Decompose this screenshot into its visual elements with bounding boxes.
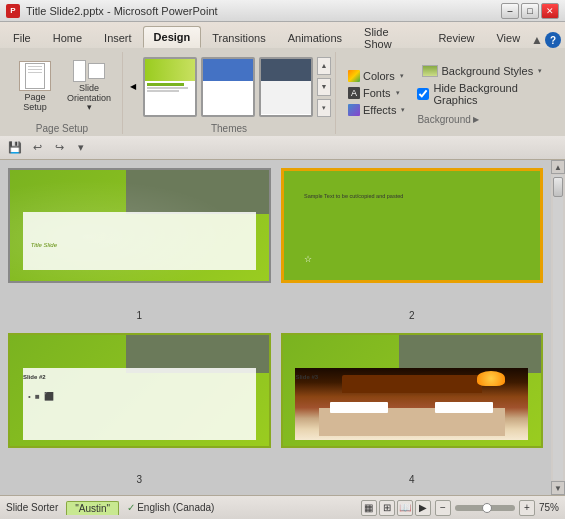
slide-thumb-2[interactable]: Sample Text to be cut/copied and pasted … [281, 168, 544, 283]
bg-styles-label: Background Styles [441, 65, 533, 77]
restore-button[interactable]: □ [521, 3, 539, 19]
slideshow-button[interactable]: ▶ [415, 500, 431, 516]
themes-scroll-up[interactable]: ▲ [317, 57, 331, 75]
scroll-down-button[interactable]: ▼ [551, 481, 565, 495]
slide4-content: Slide #3 [283, 335, 542, 446]
ribbon-group-background: Colors ▾ A Fonts ▾ Effects ▾ Background … [336, 52, 563, 134]
view-buttons: ▦ ⊞ 📖 ▶ [361, 500, 431, 516]
normal-view-button[interactable]: ▦ [361, 500, 377, 516]
effects-icon [348, 104, 360, 116]
ribbon-group-page-setup: PageSetup SlideOrientation ▾ Page Setup [2, 52, 123, 134]
slide-thumb-wrapper-3: Slide #2 • ■ ⬛ 3 [8, 333, 271, 470]
effects-button[interactable]: Effects ▾ [344, 102, 409, 118]
hide-bg-label: Hide Background Graphics [433, 82, 555, 106]
titlebar-left: P Title Slide2.pptx - Microsoft PowerPoi… [6, 4, 218, 18]
tab-home[interactable]: Home [42, 26, 93, 48]
zoom-out-button[interactable]: − [435, 500, 451, 516]
tab-design[interactable]: Design [143, 26, 202, 48]
tab-slideshow[interactable]: Slide Show [353, 26, 427, 48]
zoom-slider[interactable] [455, 505, 515, 511]
slide3-content: Slide #2 • ■ ⬛ [10, 335, 269, 446]
fonts-label: Fonts [363, 87, 391, 99]
background-column: Background Styles ▾ Hide Background Grap… [417, 62, 555, 125]
colors-button[interactable]: Colors ▾ [344, 68, 409, 84]
slide2-text: Sample Text to be cut/copied and pasted [304, 193, 519, 201]
tab-insert[interactable]: Insert [93, 26, 143, 48]
page-setup-button[interactable]: PageSetup [10, 57, 60, 117]
theme-tab[interactable]: "Austin" [66, 501, 119, 515]
colors-icon [348, 70, 360, 82]
minimize-button[interactable]: – [501, 3, 519, 19]
hide-bg-checkbox[interactable] [417, 88, 429, 100]
ribbon: PageSetup SlideOrientation ▾ Page Setup … [0, 48, 565, 136]
page-setup-buttons: PageSetup SlideOrientation ▾ [10, 52, 114, 121]
qa-save-button[interactable]: 💾 [6, 139, 24, 157]
status-right: ▦ ⊞ 📖 ▶ − + 75% [361, 500, 559, 516]
slide-thumb-4[interactable]: Slide #3 [281, 333, 544, 448]
close-button[interactable]: ✕ [541, 3, 559, 19]
scroll-thumb[interactable] [553, 177, 563, 197]
scroll-track [553, 175, 563, 480]
slide3-dots: • ■ ⬛ [28, 392, 55, 401]
zoom-slider-thumb[interactable] [482, 503, 492, 513]
slide-orientation-label: SlideOrientation ▾ [67, 84, 111, 114]
slide-sorter-label[interactable]: Slide Sorter [6, 502, 58, 513]
fonts-dropdown-arrow: ▾ [396, 89, 400, 97]
themes-content: ◀ ▲ ▼ ▾ [127, 52, 331, 121]
cfe-column: Colors ▾ A Fonts ▾ Effects ▾ [344, 68, 409, 118]
slide3-title: Slide #2 [23, 374, 46, 380]
themes-scroll-left[interactable]: ◀ [127, 58, 139, 116]
slide4-photo [295, 368, 528, 440]
slide-sorter-view-button[interactable]: ⊞ [379, 500, 395, 516]
app-icon: P [6, 4, 20, 18]
slide-thumb-3[interactable]: Slide #2 • ■ ⬛ [8, 333, 271, 448]
themes-scroll-down[interactable]: ▼ [317, 78, 331, 96]
window-title: Title Slide2.pptx - Microsoft PowerPoint [26, 5, 218, 17]
slide-number-3: 3 [136, 474, 142, 485]
main-area: Title Slide 1 Sample Text to be cut/copi… [0, 160, 565, 495]
quick-access-toolbar: 💾 ↩ ↪ ▾ [0, 136, 565, 160]
qa-customize-button[interactable]: ▾ [72, 139, 90, 157]
status-bar: Slide Sorter "Austin" ✓ English (Canada)… [0, 495, 565, 519]
check-icon: ✓ [127, 502, 135, 513]
tab-file[interactable]: File [2, 26, 42, 48]
slide-thumb-wrapper-4: Slide #3 [281, 333, 544, 470]
titlebar: P Title Slide2.pptx - Microsoft PowerPoi… [0, 0, 565, 22]
theme-swatch-2[interactable] [201, 57, 255, 117]
qa-redo-button[interactable]: ↪ [50, 139, 68, 157]
tab-review[interactable]: Review [427, 26, 485, 48]
slide-number-2: 2 [409, 310, 415, 321]
theme-swatch-3[interactable] [259, 57, 313, 117]
slide-thumb-wrapper-2: Sample Text to be cut/copied and pasted … [281, 168, 544, 305]
language-text: English (Canada) [137, 502, 214, 513]
tab-animations[interactable]: Animations [277, 26, 353, 48]
zoom-in-button[interactable]: + [519, 500, 535, 516]
colors-dropdown-arrow: ▾ [400, 72, 404, 80]
themes-more[interactable]: ▾ [317, 99, 331, 117]
ribbon-tab-bar: File Home Insert Design Transitions Anim… [0, 22, 565, 48]
fonts-icon: A [348, 87, 360, 99]
background-label-text: Background [417, 114, 470, 125]
hide-bg-graphics-row[interactable]: Hide Background Graphics [417, 82, 555, 106]
background-expand-icon[interactable]: ▶ [473, 115, 479, 124]
fonts-button[interactable]: A Fonts ▾ [344, 85, 409, 101]
help-icon[interactable]: ▲ [531, 33, 543, 47]
themes-group-label: Themes [211, 123, 247, 134]
slide1-body [23, 212, 256, 270]
qa-undo-button[interactable]: ↩ [28, 139, 46, 157]
reading-view-button[interactable]: 📖 [397, 500, 413, 516]
slide-thumb-1[interactable]: Title Slide [8, 168, 271, 283]
bg-styles-icon [422, 65, 438, 77]
question-icon[interactable]: ? [545, 32, 561, 48]
slide-orientation-button[interactable]: SlideOrientation ▾ [64, 57, 114, 117]
tab-transitions[interactable]: Transitions [201, 26, 276, 48]
background-styles-button[interactable]: Background Styles ▾ [417, 62, 555, 80]
theme-swatch-1[interactable] [143, 57, 197, 117]
page-setup-label: PageSetup [23, 93, 47, 113]
scroll-up-button[interactable]: ▲ [551, 160, 565, 174]
zoom-level[interactable]: 75% [539, 502, 559, 513]
slide2-star: ☆ [304, 254, 312, 264]
language-label[interactable]: ✓ English (Canada) [127, 502, 214, 513]
effects-dropdown-arrow: ▾ [401, 106, 405, 114]
tab-view[interactable]: View [485, 26, 531, 48]
